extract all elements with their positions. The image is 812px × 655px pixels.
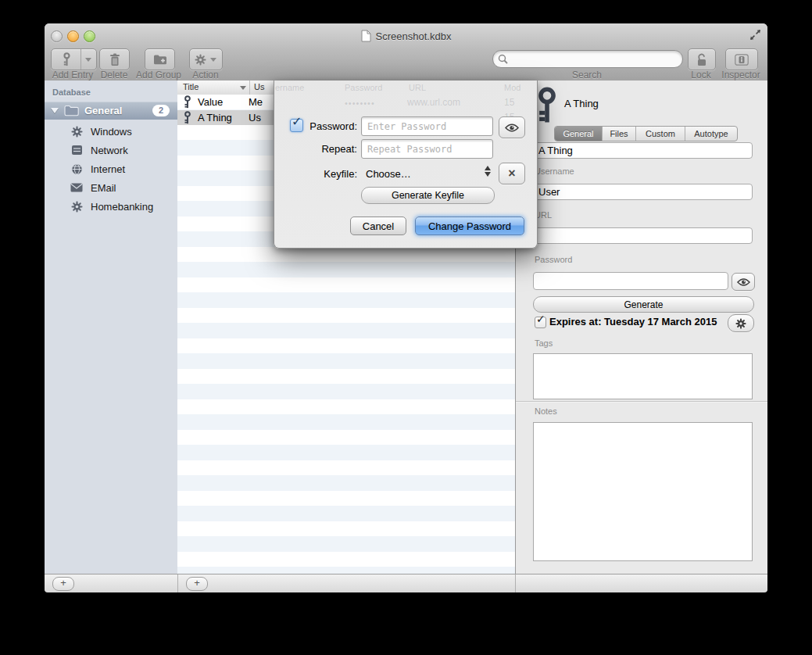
unlock-icon (696, 53, 708, 66)
sidebar-item-label: Windows (91, 126, 132, 138)
generate-password-button[interactable]: Generate (533, 296, 754, 313)
inspector-entry-title: A Thing (564, 98, 599, 109)
window-title: Screenshot.kdbx (376, 30, 452, 42)
ghost-modified-header: Mod (504, 83, 520, 92)
tab-files[interactable]: Files (603, 127, 636, 141)
keyfile-popup[interactable]: Choose… (366, 168, 411, 180)
tags-input[interactable] (533, 353, 753, 399)
sidebar-item-email[interactable]: EMail (45, 178, 177, 197)
entry-title-cell: A Thing (198, 112, 246, 123)
tab-general[interactable]: General (555, 127, 603, 141)
expires-label: Expires at: Tuesday 17 March 2015 (549, 316, 717, 328)
repeat-input[interactable] (361, 139, 493, 159)
search-field[interactable] (492, 50, 683, 68)
action-button[interactable] (189, 48, 223, 70)
pane-divider (515, 574, 516, 592)
add-entry-plus-button[interactable]: + (186, 577, 208, 591)
reveal-password-button[interactable] (732, 273, 755, 291)
sidebar-item-internet[interactable]: Internet (45, 159, 177, 178)
lock-button[interactable] (688, 48, 716, 70)
action-label: Action (188, 70, 224, 81)
notes-label: Notes (535, 406, 557, 416)
ghost-password-dots: •••••••• (345, 98, 375, 108)
info-icon (735, 54, 749, 66)
keyfile-label: Keyfile: (290, 168, 357, 180)
sidebar-section-header: Database (52, 88, 91, 97)
add-group-button[interactable] (145, 48, 175, 70)
add-group-label: Add Group (133, 70, 184, 81)
column-divider[interactable] (249, 81, 250, 95)
expires-checkbox[interactable]: ✓ (535, 317, 546, 328)
add-entry-button[interactable] (51, 48, 97, 70)
gear-icon (195, 54, 206, 66)
search-icon (498, 54, 508, 64)
tab-autotype[interactable]: Autotype (685, 127, 737, 141)
password-label: Password: (290, 120, 357, 132)
checkmark-icon: ✓ (536, 313, 546, 325)
sidebar-item-homebanking[interactable]: Homebanking (45, 197, 177, 216)
password-label: Password (535, 255, 572, 264)
search-label: Search (563, 70, 610, 81)
delete-button[interactable] (99, 48, 130, 70)
key-icon (184, 95, 191, 109)
chevron-down-icon (210, 58, 216, 62)
username-field[interactable] (533, 184, 753, 200)
folder-plus-icon (153, 54, 167, 66)
gear-icon (735, 318, 746, 329)
search-input[interactable] (511, 52, 682, 66)
key-icon (536, 87, 558, 124)
column-header-username[interactable]: Us (254, 82, 264, 91)
cancel-button[interactable]: Cancel (350, 217, 406, 235)
sidebar-item-label: EMail (91, 182, 116, 194)
disclosure-triangle-icon[interactable] (51, 108, 59, 113)
reveal-password-button[interactable] (499, 116, 525, 138)
inspector-label: Inspector (717, 70, 764, 81)
url-field[interactable] (533, 227, 753, 244)
stepper-icon[interactable] (485, 165, 492, 177)
password-field[interactable] (533, 272, 728, 290)
column-header-title[interactable]: Title (183, 82, 199, 91)
title-field[interactable] (533, 142, 753, 159)
fullscreen-icon[interactable] (749, 29, 761, 41)
key-icon (63, 52, 71, 66)
sidebar-item-general[interactable]: General 2 (45, 102, 177, 120)
inspector-panel: A Thing General Files Custom Autotype Us… (515, 81, 767, 574)
globe-icon (70, 163, 83, 175)
delete-label: Delete (98, 70, 131, 81)
sort-descending-icon (240, 86, 246, 90)
tags-label: Tags (535, 338, 553, 348)
inspector-button[interactable] (725, 48, 758, 70)
entry-username-cell: Me (249, 96, 263, 108)
server-icon (70, 144, 83, 156)
close-icon: × (508, 167, 515, 180)
add-entry-label: Add Entry (49, 70, 96, 81)
generate-keyfile-button[interactable]: Generate Keyfile (361, 187, 495, 204)
tab-custom[interactable]: Custom (636, 127, 685, 141)
bottom-bar: + + (45, 574, 767, 592)
clear-keyfile-button[interactable]: × (499, 163, 525, 184)
count-badge: 2 (152, 105, 170, 116)
folder-icon (64, 105, 79, 116)
eye-icon (505, 123, 519, 132)
entry-title-cell: Value (198, 96, 246, 108)
window-chrome: Screenshot.kdbx Add Entry (45, 23, 767, 81)
add-group-plus-button[interactable]: + (52, 577, 74, 591)
inspector-tabs: General Files Custom Autotype (554, 126, 738, 141)
sidebar-item-label: Network (91, 145, 128, 156)
sidebar-item-network[interactable]: Network (45, 141, 177, 159)
mail-icon (70, 181, 83, 194)
sidebar-item-label: General (84, 105, 122, 116)
username-label: Username (535, 166, 574, 176)
repeat-label: Repeat: (290, 143, 357, 155)
sidebar-item-windows[interactable]: Windows (45, 122, 177, 141)
button-divider (80, 49, 81, 70)
document-icon (361, 30, 371, 42)
change-password-sheet: ername Password URL Mod •••••••• www.url… (274, 81, 538, 249)
section-divider (516, 401, 767, 402)
notes-input[interactable] (533, 422, 753, 561)
titlebar: Screenshot.kdbx (45, 29, 767, 43)
change-password-button[interactable]: Change Password (415, 217, 524, 235)
ghost-url-cell: www.url.com (407, 97, 460, 108)
expiry-options-button[interactable] (728, 314, 754, 332)
password-input[interactable] (361, 116, 493, 136)
